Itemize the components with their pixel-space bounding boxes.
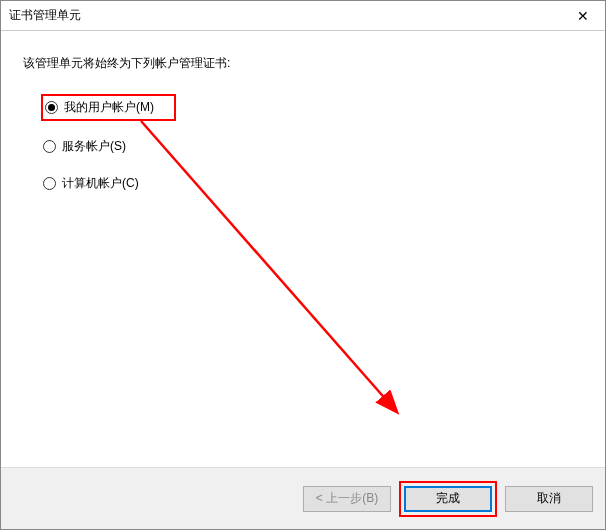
titlebar: 证书管理单元 ✕ bbox=[1, 1, 605, 31]
dialog-footer: < 上一步(B) 完成 取消 bbox=[1, 467, 605, 529]
back-button: < 上一步(B) bbox=[303, 486, 391, 512]
radio-icon bbox=[43, 140, 56, 153]
content-area: 该管理单元将始终为下列帐户管理证书: 我的用户帐户(M) 服务帐户(S) 计算机… bbox=[1, 31, 605, 195]
radio-label: 我的用户帐户(M) bbox=[64, 99, 154, 116]
finish-button[interactable]: 完成 bbox=[404, 486, 492, 512]
radio-label: 服务帐户(S) bbox=[62, 138, 126, 155]
radio-service-account[interactable]: 服务帐户(S) bbox=[41, 135, 583, 158]
description-text: 该管理单元将始终为下列帐户管理证书: bbox=[23, 55, 583, 72]
close-button[interactable]: ✕ bbox=[560, 1, 605, 31]
finish-button-highlight: 完成 bbox=[399, 481, 497, 517]
window-title: 证书管理单元 bbox=[9, 7, 81, 24]
dialog-window: 证书管理单元 ✕ 该管理单元将始终为下列帐户管理证书: 我的用户帐户(M) 服务… bbox=[0, 0, 606, 530]
radio-my-user-account[interactable]: 我的用户帐户(M) bbox=[41, 94, 176, 121]
close-icon: ✕ bbox=[577, 8, 589, 24]
account-radio-group: 我的用户帐户(M) 服务帐户(S) 计算机帐户(C) bbox=[41, 94, 583, 195]
radio-icon bbox=[43, 177, 56, 190]
radio-computer-account[interactable]: 计算机帐户(C) bbox=[41, 172, 583, 195]
cancel-button[interactable]: 取消 bbox=[505, 486, 593, 512]
radio-icon bbox=[45, 101, 58, 114]
radio-label: 计算机帐户(C) bbox=[62, 175, 139, 192]
